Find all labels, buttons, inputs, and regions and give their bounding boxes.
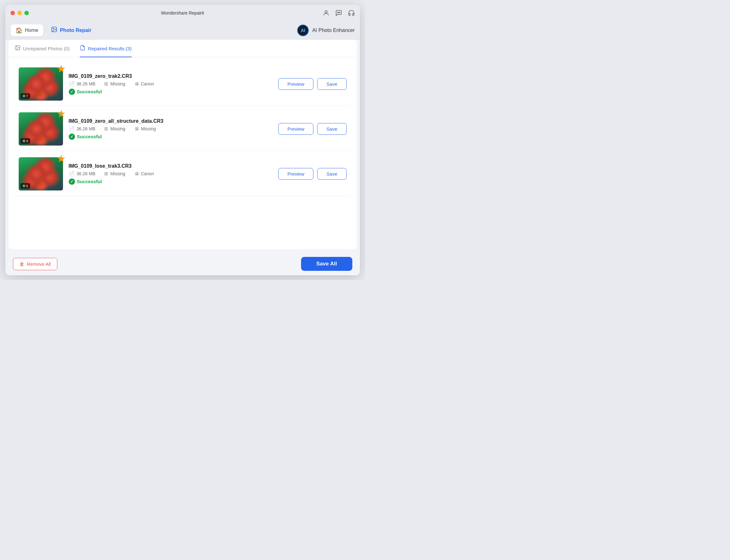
status-check-icon-3: ✓: [69, 178, 75, 185]
thumb-count-3: 6: [26, 184, 28, 188]
thumb-badge-1: ⊞ 7: [21, 93, 30, 99]
ai-icon-text: AI: [301, 28, 305, 33]
save-button-1[interactable]: Save: [317, 78, 346, 90]
list-item: ⊞ 7 IMG_0109_zero_trak2.CR3 📄 36.26 MB ⊞…: [15, 62, 350, 106]
thumb-icon-3: ⊞: [22, 184, 25, 188]
device-value-1: Canon: [141, 81, 154, 86]
meta-size-3: 📄 36.26 MB: [69, 171, 96, 177]
unrepaired-tab-icon: [15, 45, 21, 52]
svg-point-2: [338, 12, 339, 13]
thumb-count-1: 7: [26, 94, 28, 98]
home-icon: 🏠: [16, 27, 22, 34]
photo-meta-3: 📄 36.26 MB ⊞ Missing 🖥 Canon: [69, 171, 272, 177]
issue-value-2: Missing: [110, 126, 125, 131]
photo-info-3: IMG_0109_lose_trak3.CR3 📄 36.26 MB ⊞ Mis…: [69, 163, 272, 185]
file-icon-3: 📄: [69, 171, 75, 177]
size-value-1: 36.26 MB: [77, 81, 96, 86]
file-icon-1: 📄: [69, 81, 75, 87]
save-button-3[interactable]: Save: [317, 168, 346, 180]
chat-icon[interactable]: [335, 9, 342, 16]
ai-enhancer-button[interactable]: AI AI Photo Enhancer: [297, 24, 354, 36]
repaired-tab-icon: [80, 45, 85, 52]
status-label-1: Successful: [77, 89, 102, 94]
save-button-2[interactable]: Save: [317, 123, 346, 135]
photo-actions-1: Preview Save: [278, 78, 346, 90]
tab-repaired-label: Repaired Results (3): [88, 46, 132, 51]
ai-icon: AI: [297, 24, 309, 36]
home-button[interactable]: 🏠 Home: [10, 24, 44, 36]
list-item: ⊞ 4 IMG_0109_zero_all_structure_data.CR3…: [15, 107, 350, 151]
tabs-bar: Unrepaired Photos (0) Repaired Results (…: [9, 40, 357, 57]
tab-unrepaired[interactable]: Unrepaired Photos (0): [15, 45, 70, 57]
remove-all-button[interactable]: 🗑 Remove All: [13, 258, 58, 270]
size-value-3: 36.26 MB: [77, 171, 96, 176]
ai-enhancer-label: AI Photo Enhancer: [312, 28, 354, 33]
meta-issue-1: ⊞ Missing: [104, 81, 125, 87]
photo-repair-label: Photo Repair: [60, 28, 91, 33]
meta-device-3: 🖥 Canon: [134, 171, 154, 176]
photo-meta-1: 📄 36.26 MB ⊞ Missing 🖥 Canon: [69, 81, 272, 87]
photo-info-2: IMG_0109_zero_all_structure_data.CR3 📄 3…: [69, 118, 272, 140]
window-title: Wondershare Repairit: [161, 10, 204, 16]
photo-meta-2: 📄 36.26 MB ⊞ Missing 🖥 Missing: [69, 126, 272, 132]
photo-repair-icon: [51, 26, 57, 34]
tab-unrepaired-label: Unrepaired Photos (0): [23, 46, 70, 51]
titlebar-icons: [322, 9, 355, 16]
file-icon-2: 📄: [69, 126, 75, 132]
photo-status-1: ✓ Successful: [69, 89, 272, 95]
photo-thumbnail-wrap-2: ⊞ 4: [19, 112, 63, 146]
thumb-count-2: 4: [26, 139, 28, 143]
issue-value-1: Missing: [110, 81, 125, 86]
photo-name-3: IMG_0109_lose_trak3.CR3: [69, 163, 272, 169]
thumb-icon-1: ⊞: [22, 94, 25, 98]
photo-info-1: IMG_0109_zero_trak2.CR3 📄 36.26 MB ⊞ Mis…: [69, 73, 272, 95]
status-check-icon-2: ✓: [69, 134, 75, 140]
status-label-2: Successful: [77, 134, 102, 139]
meta-device-2: 🖥 Missing: [134, 126, 156, 131]
preview-button-3[interactable]: Preview: [278, 168, 313, 180]
photo-name-2: IMG_0109_zero_all_structure_data.CR3: [69, 118, 272, 124]
main-content: Unrepaired Photos (0) Repaired Results (…: [9, 40, 357, 249]
status-check-icon-1: ✓: [69, 89, 75, 95]
tab-repaired[interactable]: Repaired Results (3): [80, 45, 132, 57]
photo-repair-button[interactable]: Photo Repair: [46, 24, 97, 37]
device-value-2: Missing: [141, 126, 156, 131]
svg-point-1: [337, 12, 338, 13]
preview-button-2[interactable]: Preview: [278, 123, 313, 135]
close-button[interactable]: [10, 11, 15, 15]
device-value-3: Canon: [141, 171, 154, 176]
meta-size-2: 📄 36.26 MB: [69, 126, 96, 132]
meta-size-1: 📄 36.26 MB: [69, 81, 96, 87]
device-icon-1: 🖥: [134, 81, 139, 86]
thumb-badge-2: ⊞ 4: [21, 138, 30, 144]
photo-thumbnail-wrap-1: ⊞ 7: [19, 67, 63, 101]
thumb-icon-2: ⊞: [22, 139, 25, 143]
svg-point-7: [16, 47, 17, 47]
issue-icon-3: ⊞: [104, 171, 108, 177]
photo-status-2: ✓ Successful: [69, 134, 272, 140]
headphones-icon[interactable]: [348, 9, 355, 16]
photo-status-3: ✓ Successful: [69, 178, 272, 185]
navbar: 🏠 Home Photo Repair AI AI Photo Enhancer: [5, 21, 360, 40]
preview-button-1[interactable]: Preview: [278, 78, 313, 90]
minimize-button[interactable]: [17, 11, 22, 15]
photo-list: ⊞ 7 IMG_0109_zero_trak2.CR3 📄 36.26 MB ⊞…: [9, 57, 357, 249]
photo-actions-3: Preview Save: [278, 168, 346, 180]
photo-name-1: IMG_0109_zero_trak2.CR3: [69, 73, 272, 79]
meta-issue-2: ⊞ Missing: [104, 126, 125, 132]
account-icon[interactable]: [322, 9, 329, 16]
svg-point-3: [339, 12, 340, 13]
save-all-button[interactable]: Save All: [301, 257, 352, 271]
thumb-badge-3: ⊞ 6: [21, 183, 30, 189]
status-label-3: Successful: [77, 179, 102, 184]
issue-icon-2: ⊞: [104, 126, 108, 132]
svg-point-0: [325, 11, 327, 13]
photo-thumbnail-wrap-3: ⊞ 6: [19, 157, 63, 190]
svg-point-5: [53, 28, 54, 29]
traffic-lights: [10, 11, 29, 15]
device-icon-3: 🖥: [134, 171, 139, 176]
maximize-button[interactable]: [24, 11, 29, 15]
issue-value-3: Missing: [110, 171, 125, 176]
footer: 🗑 Remove All Save All: [5, 252, 360, 275]
home-label: Home: [25, 28, 39, 33]
